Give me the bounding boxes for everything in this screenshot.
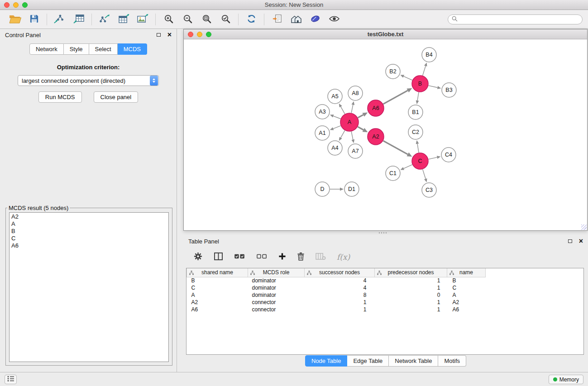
float-table-panel-icon[interactable] <box>568 239 572 243</box>
tab-motifs[interactable]: Motifs <box>438 355 466 367</box>
column-header[interactable]: predecessor nodes <box>375 268 447 277</box>
delete-row-icon[interactable] <box>297 252 305 262</box>
tab-node-table[interactable]: Node Table <box>305 355 348 367</box>
splitter-grip[interactable] <box>379 232 387 234</box>
network-edge[interactable] <box>400 165 412 170</box>
attribute-gear-icon[interactable] <box>193 252 203 263</box>
float-panel-icon[interactable] <box>157 33 161 37</box>
network-edge[interactable] <box>330 114 341 119</box>
network-node[interactable]: B4 <box>422 48 436 62</box>
network-edge[interactable] <box>400 75 412 80</box>
window-resize-grip[interactable] <box>581 224 587 230</box>
network-edge[interactable] <box>416 92 419 104</box>
zoom-in-button[interactable] <box>160 13 177 26</box>
function-builder-icon[interactable]: f(x) <box>337 253 350 262</box>
network-node[interactable]: B2 <box>386 64 400 79</box>
show-columns-icon[interactable] <box>214 252 223 262</box>
network-node[interactable]: A4 <box>328 141 342 155</box>
network-edge[interactable] <box>358 112 368 118</box>
table-row[interactable]: Adominator80A <box>187 291 486 299</box>
zoom-selected-button[interactable] <box>217 13 234 26</box>
network-edge[interactable] <box>383 88 412 104</box>
save-session-button[interactable] <box>25 13 43 26</box>
mcds-result-item[interactable]: A6 <box>11 242 167 249</box>
zoom-fit-button[interactable] <box>198 13 215 26</box>
network-node[interactable]: D1 <box>344 182 359 196</box>
network-node[interactable]: B1 <box>408 105 423 119</box>
search-field[interactable] <box>448 14 583 24</box>
network-node[interactable]: A6 <box>368 100 384 116</box>
tab-select[interactable]: Select <box>89 43 118 55</box>
table-row[interactable]: Bdominator41B <box>187 277 486 284</box>
column-header[interactable]: successor nodes <box>305 268 375 277</box>
network-edge[interactable] <box>339 104 345 114</box>
export-table-button[interactable] <box>115 13 132 26</box>
table-row[interactable]: A2connector11A2 <box>187 299 486 306</box>
network-node[interactable]: C <box>412 153 428 169</box>
export-image-button[interactable] <box>134 13 151 26</box>
network-edge[interactable] <box>351 101 354 113</box>
network-node[interactable]: A8 <box>348 86 363 100</box>
network-node[interactable]: A5 <box>328 89 342 104</box>
network-edge[interactable] <box>330 188 344 191</box>
mcds-result-item[interactable]: C <box>11 235 167 242</box>
network-edge[interactable] <box>429 156 441 159</box>
copy-view-button[interactable] <box>268 13 286 26</box>
select-all-icon[interactable] <box>234 253 245 262</box>
tab-mcds[interactable]: MCDS <box>118 43 147 55</box>
column-header[interactable]: shared name <box>187 268 248 277</box>
unselect-all-icon[interactable] <box>256 253 268 262</box>
run-mcds-button[interactable]: Run MCDS <box>38 91 82 103</box>
network-edge[interactable] <box>358 127 368 132</box>
network-node[interactable]: A3 <box>315 105 330 119</box>
minimize-network-window-button[interactable] <box>197 32 202 37</box>
network-node[interactable]: A7 <box>348 144 363 158</box>
network-edge[interactable] <box>339 130 345 141</box>
network-node[interactable]: B3 <box>442 83 456 97</box>
table-row[interactable]: A6connector11A6 <box>187 306 486 313</box>
import-network-button[interactable] <box>51 13 68 26</box>
close-panel-icon[interactable]: × <box>167 31 172 38</box>
add-row-icon[interactable] <box>278 253 286 262</box>
network-node[interactable]: A2 <box>368 129 384 145</box>
node-table-container[interactable]: shared nameMCDS rolesuccessor nodesprede… <box>186 268 584 355</box>
network-edge[interactable] <box>429 86 441 89</box>
mcds-result-item[interactable]: A2 <box>11 213 167 220</box>
network-node[interactable]: A <box>340 113 359 131</box>
close-network-window-button[interactable] <box>188 32 193 37</box>
annotation-button[interactable] <box>306 13 324 26</box>
column-header[interactable]: name <box>447 268 486 277</box>
open-file-button[interactable] <box>6 13 24 26</box>
network-edge[interactable] <box>351 132 354 143</box>
table-row[interactable]: Cdominator41C <box>187 284 486 291</box>
network-node[interactable]: C2 <box>408 125 423 139</box>
import-table-button[interactable] <box>70 13 87 26</box>
zoom-out-button[interactable] <box>179 13 196 26</box>
network-node[interactable]: C1 <box>386 166 400 181</box>
network-edge[interactable] <box>423 62 427 76</box>
refresh-layout-button[interactable] <box>243 13 260 26</box>
search-input[interactable] <box>460 16 578 23</box>
optimization-criterion-dropdown[interactable]: largest connected component (directed) <box>18 75 159 86</box>
mcds-result-item[interactable]: B <box>11 228 167 235</box>
network-node[interactable]: C3 <box>422 183 436 197</box>
export-network-button[interactable] <box>96 13 113 26</box>
zoom-network-window-button[interactable] <box>206 32 211 37</box>
tab-style[interactable]: Style <box>64 43 89 55</box>
minimize-window-button[interactable] <box>13 2 19 8</box>
tab-network[interactable]: Network <box>29 43 64 55</box>
close-table-panel-icon[interactable]: × <box>579 238 583 245</box>
network-edge[interactable] <box>383 141 412 157</box>
tab-edge-table[interactable]: Edge Table <box>347 355 389 367</box>
task-history-button[interactable] <box>5 375 17 384</box>
network-node[interactable]: A1 <box>315 126 330 140</box>
close-panel-button[interactable]: Close panel <box>94 91 139 103</box>
tab-network-table[interactable]: Network Table <box>389 355 438 367</box>
network-edge[interactable] <box>330 126 341 130</box>
toggle-view-button[interactable] <box>325 13 343 26</box>
column-header[interactable]: MCDS role <box>248 268 305 277</box>
network-node[interactable]: B <box>412 76 428 92</box>
mcds-result-item[interactable]: A <box>11 220 167 228</box>
network-node[interactable]: C4 <box>441 148 456 162</box>
network-edge[interactable] <box>423 169 427 182</box>
